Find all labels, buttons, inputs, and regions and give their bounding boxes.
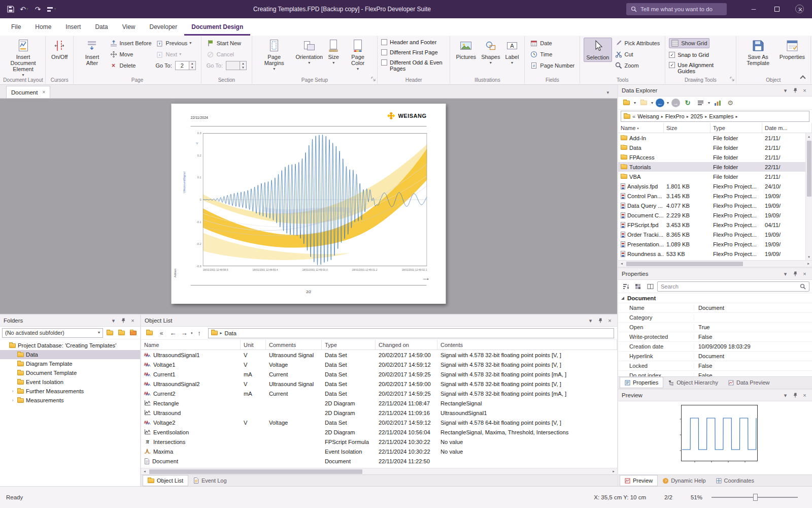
property-row[interactable]: Category [618,313,812,323]
tab-preview[interactable]: Preview [620,475,658,486]
breadcrumb-item[interactable]: FlexPro [665,113,685,119]
close-icon[interactable]: × [801,270,808,278]
column-header-name[interactable]: Name▴ [618,123,664,133]
column-header-type[interactable]: Type [710,123,762,133]
object-properties-button[interactable]: Properties [777,38,807,61]
size-button[interactable]: Size ▾ [326,38,341,66]
activated-subfolder-dropdown[interactable]: (No activated subfolder) ▾ [2,328,103,338]
table-row[interactable]: Data File folder 21/11/ [618,143,812,152]
ribbon-tab[interactable]: Document Design [184,18,250,36]
scroll-right-icon[interactable]: ▸ [805,262,812,266]
document-tab[interactable]: Document × [6,86,50,98]
table-row[interactable]: Analysis.fpd 1.801 KB FlexPro Project...… [618,181,812,191]
pin-icon[interactable] [791,87,799,94]
shapes-button[interactable]: Shapes ▾ [479,38,502,66]
pick-attributes-button[interactable]: Pick Attributes [613,38,662,49]
table-row[interactable]: π Voltage2 V Voltage Data Set 20/02/2017… [141,418,617,427]
chevron-down-icon[interactable]: ▾ [110,317,117,325]
redo-button[interactable]: ↷ [31,3,44,16]
table-row[interactable]: Control Pan... 3.145 KB FlexPro Project.… [618,191,812,201]
help-button[interactable]: ? [795,5,804,13]
status-zoom-value[interactable]: 51% [682,494,712,500]
forward-button[interactable]: → [180,329,189,337]
spinner-down-icon[interactable]: ▼ [240,66,246,70]
column-header-date[interactable]: Date m... [762,123,812,133]
sort-az-button[interactable] [621,281,631,292]
back-button[interactable]: ← [168,329,178,337]
close-icon[interactable]: × [129,317,137,325]
column-header-comments[interactable]: Comments [266,340,322,350]
close-icon[interactable]: × [801,392,808,399]
table-row[interactable]: FPAccess File folder 21/11/ [618,152,812,162]
folder-tree-item[interactable]: Project Database: 'Creating Templates' [0,341,140,350]
document-chart[interactable]: 0.30.20.10-0.1-0.2-0.3 V UltrasoundSigna… [203,133,427,266]
object-list-path[interactable]: ▸ Data [208,328,614,338]
breadcrumb-item[interactable]: 2025 [691,113,703,119]
tell-me-search[interactable]: Tell me what you want to do [626,3,727,15]
chevron-down-icon[interactable]: ▾ [782,392,789,399]
scroll-left-icon[interactable]: ◂ [141,469,148,473]
folder-view-button[interactable] [144,328,154,338]
spinner-up-icon[interactable]: ▲ [240,61,246,66]
show-grid-button[interactable]: Show Grid [669,38,709,48]
tab-properties[interactable]: Properties [620,377,663,388]
next-page-button[interactable]: Next ▾ [154,49,183,60]
pin-icon[interactable] [791,270,799,278]
new-folder-button[interactable] [621,98,631,108]
ribbon-tab[interactable]: Developer [143,18,185,36]
tab-object-list[interactable]: Object List [143,475,188,486]
save-as-template-button[interactable]: Save As Template [740,38,776,67]
pin-icon[interactable] [791,392,799,399]
spinner-arrows[interactable]: ▲▼ [189,61,196,70]
column-header-unit[interactable]: Unit [241,340,266,350]
breadcrumb-collapse[interactable]: « [632,113,635,119]
table-row[interactable]: π EventIsolation 2D Diagram 22/11/2024 1… [141,427,617,437]
document-page[interactable]: 22/11/2024 WEISANG 0.30.20.10-0. [172,104,446,304]
date-field-button[interactable]: Date [528,38,553,49]
goto-page-spinner[interactable]: 2▲▼ [175,61,196,70]
scroll-right-icon[interactable]: ▸ [610,469,617,473]
previous-page-button[interactable]: Previous ▾ [154,38,193,49]
folder-tree-item[interactable]: Event Isolation [0,377,140,387]
chevron-down-icon[interactable]: ▾ [782,270,789,278]
ribbon-tab[interactable]: View [115,18,143,36]
page-color-button[interactable]: Page Color ▾ [342,38,374,72]
spinner-arrows[interactable]: ▲▼ [240,61,247,70]
table-row[interactable]: VBA File folder 21/11/ [618,172,812,181]
chevron-down-icon[interactable]: ▾ [782,87,789,94]
back-button[interactable]: ← [656,99,664,107]
scroll-left-icon[interactable]: ◂ [618,262,625,266]
cut-button[interactable]: Cut [613,49,635,60]
header-and-footer-checkbox[interactable]: Header and Footer [381,39,436,45]
table-row[interactable]: π Current2 mA Current Data Set 20/02/201… [141,389,617,398]
tab-event-log[interactable]: Event Log [188,475,232,486]
spinner-up-icon[interactable]: ▲ [189,61,195,66]
snap-to-grid-checkbox[interactable]: ✓Snap to Grid [669,52,709,58]
close-tab-icon[interactable]: × [42,89,45,95]
ribbon-tab[interactable]: Data [88,18,115,36]
chevron-down-icon[interactable]: ▾ [587,317,594,325]
up-button[interactable]: ↑ [195,329,204,337]
property-row[interactable]: Open True [618,323,812,332]
table-row[interactable]: π Current1 mA Current Data Set 20/02/201… [141,369,617,379]
ribbon-tab[interactable]: File [4,18,28,36]
start-new-section-button[interactable]: Start New [205,38,243,49]
object-list-hscrollbar[interactable]: ◂ ▸ [141,468,617,474]
zoom-slider[interactable] [712,493,798,501]
property-row[interactable]: Write-protected False [618,332,812,342]
pin-icon[interactable] [596,317,604,325]
refresh-button[interactable]: ↻ [683,98,693,108]
goto-section-value[interactable] [226,61,240,70]
property-row[interactable]: Do not index False [618,371,812,376]
zoom-slider-thumb[interactable] [753,494,758,501]
collapse-path-button[interactable]: « [156,328,166,338]
open-folder-button[interactable] [638,98,649,108]
move-button[interactable]: Move [108,49,135,60]
table-row[interactable]: π Intersections FPScript Formula 22/11/2… [141,437,617,447]
delete-button[interactable]: × Delete [108,60,138,71]
table-row[interactable]: FPScript.fpd 3.453 KB FlexPro Project...… [618,220,812,230]
scroll-down-icon[interactable]: ▾ [808,253,810,260]
folder-tree-item[interactable]: Diagram Template [0,359,140,368]
tab-data-preview[interactable]: Data Preview [723,377,774,388]
customize-qat-button[interactable]: ▾ [45,3,58,16]
